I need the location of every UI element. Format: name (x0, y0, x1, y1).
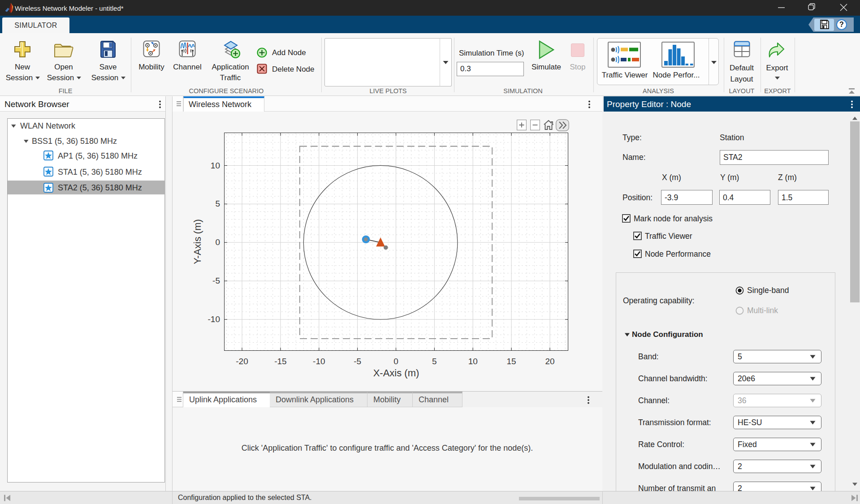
svg-text:-20: -20 (236, 357, 248, 366)
svg-text:0: 0 (393, 357, 398, 366)
svg-text:15: 15 (507, 357, 516, 366)
svg-text:-15: -15 (274, 357, 286, 366)
svg-text:-10: -10 (313, 357, 325, 366)
svg-text:10: 10 (211, 161, 220, 170)
svg-text:-10: -10 (208, 314, 220, 324)
svg-text:Y-Axis (m): Y-Axis (m) (192, 219, 203, 264)
svg-text:20: 20 (545, 357, 554, 366)
svg-text:5: 5 (432, 357, 437, 366)
svg-text:10: 10 (468, 357, 478, 366)
svg-text:0: 0 (215, 237, 220, 247)
svg-text:-5: -5 (212, 276, 220, 285)
svg-text:-5: -5 (354, 357, 361, 366)
svg-text:5: 5 (215, 199, 220, 208)
svg-text:X-Axis (m): X-Axis (m) (373, 367, 419, 379)
